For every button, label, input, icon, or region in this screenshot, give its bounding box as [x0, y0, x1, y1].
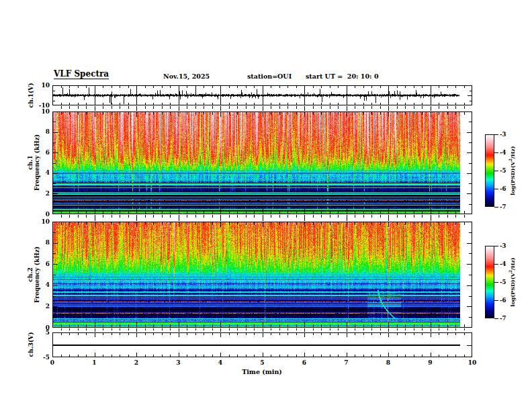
colorbar-tick-label: -6 [500, 186, 506, 192]
ch2-spectrogram-canvas [52, 222, 472, 328]
colorbar-label-sup: 2 [508, 158, 513, 161]
x-axis-tick-strip [52, 328, 472, 332]
colorbar-tick-label: -6 [500, 298, 506, 304]
figure-title: VLF Spectra [54, 70, 109, 79]
colorbar-tick-mark [494, 282, 498, 283]
x-tick-label: 3 [170, 359, 187, 366]
ch2-frequency-axis-label: ch.2 Frequency (kHz) [27, 246, 40, 303]
y-tick-label: 2 [30, 190, 50, 197]
colorbar-tick-mark [494, 152, 498, 153]
colorbar-tick-label: -3 [500, 243, 506, 249]
time-axis-title: Time (min) [222, 368, 302, 375]
ch1-frequency-axis-label: ch.1 Frequency (kHz) [27, 134, 40, 191]
colorbar-tick-label: -7 [500, 316, 506, 322]
colorbar-tick-label: -5 [500, 168, 506, 174]
x-tick-label: 6 [296, 359, 313, 366]
x-axis-tick-strip [52, 106, 472, 111]
colorbar-label-sup: 2 [508, 270, 513, 273]
vlf-spectra-figure: VLF Spectra Nov.15, 2025 station=OUI sta… [0, 0, 532, 411]
colorbar-tick-label: -7 [500, 204, 506, 210]
y-tick-label: 4 [30, 169, 50, 176]
x-tick-label: 2 [128, 359, 145, 366]
colorbar-tick-label: -5 [500, 279, 506, 285]
colorbar-label-text: /Hz) [509, 257, 516, 270]
colorbar-tick-mark [494, 207, 498, 208]
colorbar-label-text: log(PSD)(V [509, 273, 516, 306]
x-tick-label: 0 [44, 359, 61, 366]
x-tick-label: 8 [380, 359, 397, 366]
colorbar-label-text: log(PSD)(V [509, 161, 516, 195]
x-tick-label: 10 [463, 359, 481, 366]
x-tick-label: 7 [338, 359, 355, 366]
x-tick-label: 5 [254, 359, 271, 366]
axis-label-line: Frequency (kHz) [34, 134, 40, 191]
colorbar-tick-label: -3 [500, 132, 506, 138]
colorbar-ch1-label: log(PSD)(V2/Hz) [508, 146, 516, 195]
y-tick-label: 4 [30, 281, 50, 288]
y-tick-label: 8 [30, 128, 50, 135]
colorbar-ch2-label: log(PSD)(V2/Hz) [508, 257, 516, 306]
colorbar-tick-mark [494, 189, 498, 189]
ch1-waveform-canvas [52, 85, 472, 105]
y-tick-label: 8 [30, 239, 50, 246]
x-tick-label: 1 [86, 359, 103, 366]
colorbar-tick-mark [494, 318, 498, 319]
ch1-spectrogram-canvas [52, 111, 472, 214]
y-tick-label: 6 [30, 261, 50, 267]
colorbar-tick-mark [494, 264, 498, 265]
colorbar-tick-mark [494, 134, 498, 135]
colorbar-ch1 [485, 134, 494, 207]
axis-label-line: ch.1 [27, 134, 34, 191]
y-tick-label: 2 [30, 303, 50, 310]
colorbar-tick-mark [494, 246, 498, 246]
figure-date: Nov.15, 2025 [163, 73, 210, 80]
colorbar-tick-mark [494, 171, 498, 171]
start-ut-label: start UT = 20: 10: 0 [306, 73, 379, 80]
x-axis-tick-strip [52, 215, 472, 221]
station-label: station=OUI [247, 73, 292, 80]
y-tick-label: 5 [30, 329, 50, 336]
x-tick-label: 4 [212, 359, 229, 366]
x-tick-label: 9 [422, 359, 439, 366]
colorbar-tick-label: -4 [500, 261, 506, 267]
ch3-line-canvas [52, 332, 472, 357]
axis-label-line: Frequency (kHz) [34, 246, 40, 303]
colorbar-ch2 [485, 246, 494, 318]
y-tick-label: 6 [30, 149, 50, 156]
y-tick-label: 10 [30, 218, 50, 225]
y-tick-label: 10 [30, 82, 50, 89]
y-tick-label: 0 [30, 211, 50, 218]
y-tick-label: 10 [30, 108, 50, 115]
colorbar-tick-mark [494, 300, 498, 301]
axis-label-line: ch.2 [27, 246, 34, 303]
colorbar-label-text: /Hz) [509, 146, 516, 158]
colorbar-tick-label: -4 [500, 150, 506, 156]
